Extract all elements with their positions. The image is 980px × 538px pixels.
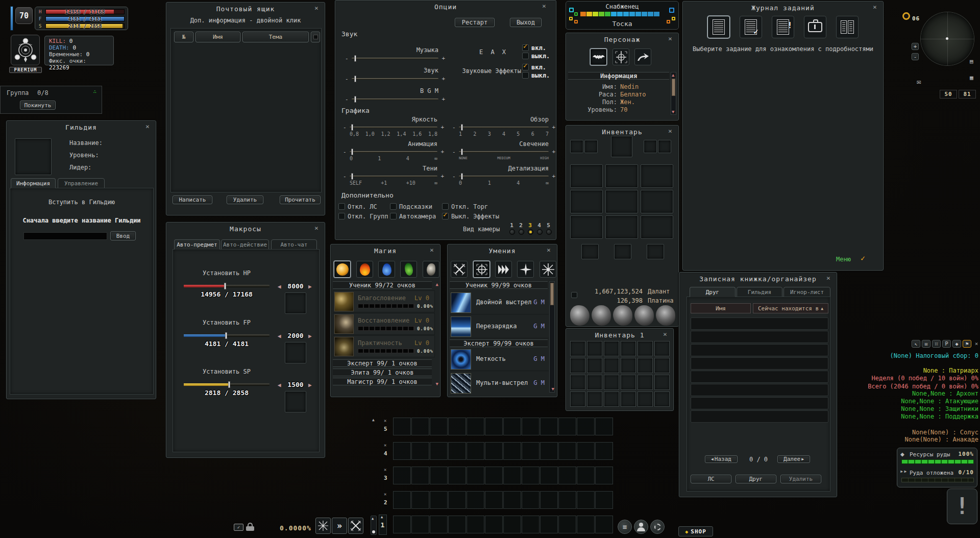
row-selector[interactable]: ▲ xyxy=(371,516,377,535)
shield-icon[interactable]: ◆ xyxy=(952,340,961,348)
slider-minus[interactable]: - xyxy=(343,173,347,180)
equipment-slot[interactable] xyxy=(581,244,599,259)
slot[interactable] xyxy=(691,331,828,343)
eax-off-checkbox[interactable] xyxy=(522,53,529,59)
slider-track[interactable] xyxy=(459,151,549,153)
leave-group-button[interactable]: Покинуть xyxy=(20,101,56,110)
slot[interactable] xyxy=(448,418,466,435)
slot[interactable] xyxy=(595,516,613,533)
equipment-slot[interactable] xyxy=(641,215,673,239)
disable-trade-checkbox[interactable] xyxy=(442,203,449,210)
camera-option-4[interactable]: 4 xyxy=(536,222,543,229)
alert-button[interactable]: ! xyxy=(947,488,977,524)
swords-skill-button[interactable] xyxy=(348,518,363,534)
scroll-icon[interactable]: ▤ xyxy=(970,58,973,65)
close-icon[interactable]: × xyxy=(662,331,669,337)
slot[interactable] xyxy=(577,442,595,460)
slider-handle[interactable] xyxy=(354,96,356,103)
slot[interactable] xyxy=(467,491,484,509)
close-icon[interactable]: × xyxy=(428,247,435,253)
macro-fp-slider[interactable] xyxy=(183,334,270,337)
slider-minus[interactable]: - xyxy=(345,76,349,82)
camera-radio-2[interactable] xyxy=(519,229,524,235)
slot[interactable] xyxy=(411,467,429,484)
tab-friends[interactable]: Друг xyxy=(690,287,736,297)
character-pet-button[interactable] xyxy=(634,48,651,65)
up-arrow-icon[interactable]: ▲ xyxy=(381,515,383,519)
notebook-col-name[interactable]: Имя xyxy=(691,303,751,313)
scroll-up-icon[interactable]: ▲ xyxy=(436,282,438,287)
slot[interactable] xyxy=(430,442,448,460)
slot[interactable] xyxy=(604,392,619,407)
camera-radio-1[interactable] xyxy=(509,229,515,235)
slot[interactable] xyxy=(522,467,540,484)
autocamera-checkbox[interactable] xyxy=(390,213,397,219)
macro-hp-slider[interactable] xyxy=(183,284,270,288)
slot[interactable] xyxy=(485,516,503,533)
slot[interactable] xyxy=(540,442,558,460)
character-wings-button[interactable] xyxy=(590,48,607,65)
bag-icon[interactable] xyxy=(656,305,675,326)
equipment-slot[interactable] xyxy=(570,215,603,239)
magic-rank3-header[interactable]: Элита 99/ 1 очков xyxy=(333,369,432,376)
slot[interactable] xyxy=(540,491,558,509)
exit-button[interactable]: Выход xyxy=(510,18,542,27)
slot[interactable] xyxy=(638,358,653,373)
skill-row[interactable]: Меткость G M xyxy=(450,348,549,371)
equipment-slot[interactable] xyxy=(584,140,598,153)
slot[interactable] xyxy=(595,467,613,484)
skill-row[interactable]: Мульти-выстрел G M xyxy=(450,372,549,395)
slot[interactable] xyxy=(467,418,484,435)
slider-handle[interactable] xyxy=(354,55,356,62)
up-arrow-icon[interactable]: ▲ xyxy=(372,517,374,521)
row-close-icon[interactable]: ✕ xyxy=(384,467,386,472)
slot[interactable] xyxy=(411,516,429,533)
close-icon[interactable]: × xyxy=(825,275,832,281)
bag-icon[interactable] xyxy=(592,305,611,326)
slot[interactable] xyxy=(587,341,602,356)
mail-col-name[interactable]: Имя xyxy=(195,32,240,42)
clock-icon[interactable] xyxy=(902,12,910,20)
equipment-slot[interactable] xyxy=(570,164,603,188)
skills-melee-button[interactable] xyxy=(451,261,468,278)
slot[interactable] xyxy=(393,467,411,484)
slot[interactable] xyxy=(393,516,411,533)
slot[interactable] xyxy=(621,375,636,390)
close-icon[interactable]: × xyxy=(144,124,151,130)
camera-option-3-selected[interactable]: 3 xyxy=(527,222,534,229)
disable-pm-checkbox[interactable] xyxy=(338,203,345,210)
close-icon[interactable]: × xyxy=(871,4,878,10)
spell-row[interactable]: Практичность Lv 0 0.00% xyxy=(333,335,435,357)
slot[interactable] xyxy=(691,410,828,423)
tab-auto-chat[interactable]: Авто-чат xyxy=(271,239,317,250)
mail-delete-button[interactable]: Удалить xyxy=(227,195,263,204)
tab-guild[interactable]: Гильдия xyxy=(737,287,782,297)
quest-tab-new-icon[interactable]: ! xyxy=(772,16,794,38)
slider-minus[interactable]: - xyxy=(345,55,349,62)
skill-row[interactable]: Перезарядка G M xyxy=(450,315,549,338)
slot[interactable] xyxy=(570,375,585,390)
slot[interactable] xyxy=(448,516,466,533)
slot[interactable] xyxy=(691,357,828,370)
slot[interactable] xyxy=(558,491,576,509)
close-icon[interactable]: × xyxy=(541,3,548,9)
slot[interactable] xyxy=(577,516,595,533)
quest-tab-log-icon[interactable] xyxy=(836,16,859,38)
macro-fp-handle[interactable] xyxy=(225,332,227,339)
slot[interactable] xyxy=(691,371,828,383)
skill-row[interactable]: Двойной выстрел G M xyxy=(450,291,549,314)
macro-sp-slider[interactable] xyxy=(183,383,270,386)
scrollbar-thumb[interactable] xyxy=(550,283,554,305)
macro-sp-item-slot[interactable] xyxy=(285,391,306,412)
slot[interactable] xyxy=(503,442,521,460)
slot[interactable] xyxy=(621,358,636,373)
equipment-slot[interactable] xyxy=(647,244,664,259)
row-close-icon[interactable]: ✕ xyxy=(384,443,386,448)
slot[interactable] xyxy=(558,516,576,533)
slider-handle[interactable] xyxy=(461,124,463,131)
close-icon[interactable]: × xyxy=(545,247,552,253)
slot[interactable] xyxy=(638,341,653,356)
equipment-slot[interactable] xyxy=(641,164,673,188)
bag-icon[interactable] xyxy=(634,305,654,326)
spell-row[interactable]: Восстановление Lv 0 0.00% xyxy=(333,313,435,335)
